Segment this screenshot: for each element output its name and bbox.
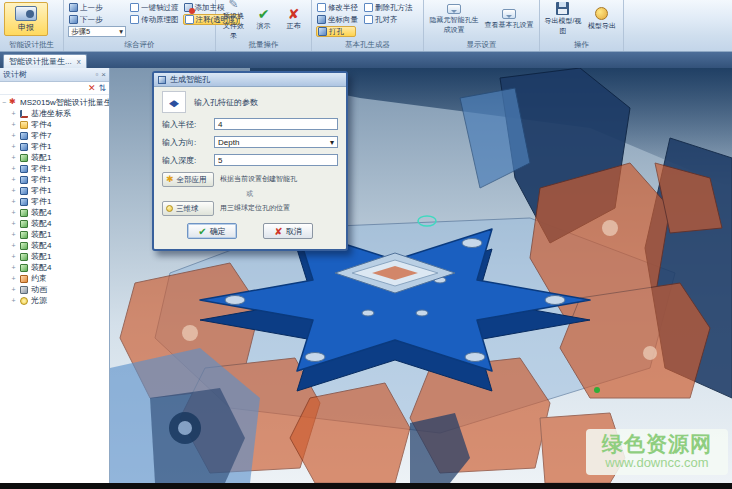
- export-model-button[interactable]: 导出模型/视图: [544, 2, 582, 36]
- preset-effect-button[interactable]: ✎预设换文件效果: [220, 2, 247, 36]
- depth-input[interactable]: 5: [214, 154, 338, 166]
- triball-label: 三维球: [176, 204, 199, 214]
- delete-icon[interactable]: ✕: [88, 83, 96, 93]
- tree-item[interactable]: + 零件1: [10, 163, 109, 174]
- model-export-button[interactable]: 模型导出: [585, 2, 619, 36]
- expand-icon[interactable]: +: [10, 176, 17, 183]
- delete-hole-method-button[interactable]: 删除孔方法: [363, 2, 414, 13]
- tree-item[interactable]: + 零件1: [10, 174, 109, 185]
- apply-caption: 根据当前设置创建智能孔: [220, 175, 297, 184]
- ok-button[interactable]: ✔ 确定: [187, 223, 237, 239]
- ribbon-group-smart-design: 申报 智能设计批生: [0, 0, 64, 51]
- close-tab-icon[interactable]: x: [77, 57, 81, 66]
- triball-button[interactable]: 三维球: [162, 201, 214, 216]
- expand-icon[interactable]: −: [2, 99, 6, 106]
- tree-item[interactable]: + 动画: [10, 284, 109, 295]
- sort-icon[interactable]: ⇅: [98, 83, 106, 93]
- cancel-label: 取消: [286, 226, 302, 237]
- document-tab[interactable]: 智能设计批量生... x: [3, 54, 87, 68]
- depth-value: 5: [218, 156, 222, 165]
- expand-icon[interactable]: +: [10, 110, 17, 117]
- green-marker: [594, 387, 600, 393]
- expand-icon[interactable]: +: [10, 264, 17, 271]
- hole-method-icon: [364, 3, 373, 12]
- cancel-button[interactable]: ✘ 取消: [263, 223, 313, 239]
- pin-icon[interactable]: ▫: [95, 70, 98, 79]
- expand-icon[interactable]: +: [10, 275, 17, 282]
- tree-item-label: 零件1: [31, 163, 51, 174]
- tree-item[interactable]: + 装配4: [10, 240, 109, 251]
- expand-icon[interactable]: +: [10, 132, 17, 139]
- expand-icon[interactable]: +: [10, 286, 17, 293]
- tree-item[interactable]: + 装配4: [10, 207, 109, 218]
- close-panel-icon[interactable]: ×: [101, 70, 106, 79]
- expand-icon[interactable]: +: [10, 143, 17, 150]
- tree-item[interactable]: + 零件7: [10, 130, 109, 141]
- expand-icon[interactable]: +: [10, 231, 17, 238]
- expand-icon[interactable]: +: [10, 187, 17, 194]
- hole-align-button[interactable]: 孔对齐: [363, 14, 399, 25]
- expand-icon[interactable]: +: [10, 165, 17, 172]
- tree-item[interactable]: + 零件1: [10, 185, 109, 196]
- tree-item[interactable]: + 零件4: [10, 119, 109, 130]
- expand-icon[interactable]: +: [10, 121, 17, 128]
- camera-icon: [15, 6, 37, 21]
- axis-transition-button[interactable]: 一键轴过渡: [129, 2, 180, 13]
- ok-label: 确定: [210, 226, 226, 237]
- tree-root-label: MS2015w智能设计批量生.ics: [20, 97, 109, 108]
- transition-icon: [130, 3, 139, 12]
- schematic-label: 传动原理图: [141, 15, 179, 25]
- tree-panel-header: 设计树 ▫ ×: [0, 68, 109, 82]
- expand-icon[interactable]: +: [10, 253, 17, 260]
- tree-item-icon: [20, 297, 28, 305]
- tree-item[interactable]: + 约束: [10, 273, 109, 284]
- tree-item-label: 零件7: [31, 130, 51, 141]
- tree-item[interactable]: + 装配4: [10, 218, 109, 229]
- tree-item[interactable]: + 零件1: [10, 196, 109, 207]
- tree-item[interactable]: + 装配1: [10, 251, 109, 262]
- schematic-button[interactable]: 传动原理图: [129, 14, 180, 25]
- modify-radius-button[interactable]: 修改半径: [316, 2, 359, 13]
- tree-item-label: 装配1: [31, 251, 51, 262]
- direction-select[interactable]: Depth ▾: [214, 136, 338, 148]
- expand-icon[interactable]: +: [10, 198, 17, 205]
- drill-hole-button[interactable]: 打孔: [316, 26, 356, 37]
- view-basic-hole-settings-button[interactable]: 查看基本孔设置: [483, 2, 535, 36]
- prev-step-button[interactable]: 上一步: [68, 2, 126, 13]
- expand-icon[interactable]: +: [10, 154, 17, 161]
- view-basic-hole-settings-label: 查看基本孔设置: [485, 20, 534, 30]
- master-model-icon: [184, 3, 193, 12]
- expand-icon[interactable]: +: [10, 297, 17, 304]
- tree-item-icon: [20, 165, 28, 173]
- or-text: 或: [162, 189, 338, 199]
- tree-item[interactable]: + 装配1: [10, 229, 109, 240]
- tree-item-icon: [20, 209, 28, 217]
- tree-item[interactable]: + 装配1: [10, 152, 109, 163]
- step-dropdown[interactable]: 步骤5▾: [68, 26, 126, 37]
- expand-icon[interactable]: +: [10, 220, 17, 227]
- dialog-titlebar[interactable]: 生成智能孔: [154, 73, 346, 87]
- report-button-label: 申报: [18, 22, 34, 33]
- expand-icon[interactable]: +: [10, 242, 17, 249]
- demo-button[interactable]: ✔演示: [250, 2, 277, 36]
- demo-label: 演示: [257, 21, 271, 31]
- report-button[interactable]: 申报: [4, 2, 48, 36]
- expand-icon[interactable]: +: [10, 209, 17, 216]
- tree-item[interactable]: + 基准坐标系: [10, 108, 109, 119]
- next-step-button[interactable]: 下一步: [68, 14, 126, 25]
- watermark-url: www.downcc.com: [592, 455, 722, 470]
- watermark-site-name: 绿色资源网: [592, 433, 722, 455]
- tree-item-label: 基准坐标系: [31, 108, 71, 119]
- radius-input[interactable]: 4: [214, 118, 338, 130]
- tree-root[interactable]: − MS2015w智能设计批量生.ics: [2, 97, 109, 108]
- tree-item-label: 光源: [31, 295, 47, 306]
- tree-item[interactable]: + 零件1: [10, 141, 109, 152]
- apply-all-button[interactable]: ✱ 全部应用: [162, 172, 214, 187]
- schematic-icon: [130, 15, 139, 24]
- publish-button[interactable]: ✘正布: [280, 2, 307, 36]
- chevron-down-icon: ▾: [330, 138, 334, 147]
- hide-smart-hole-settings-button[interactable]: 隐藏元智能孔生成设置: [428, 2, 480, 36]
- tree-item[interactable]: + 装配4: [10, 262, 109, 273]
- tree-item[interactable]: + 光源: [10, 295, 109, 306]
- coordinate-vector-button[interactable]: 坐标向量: [316, 14, 359, 25]
